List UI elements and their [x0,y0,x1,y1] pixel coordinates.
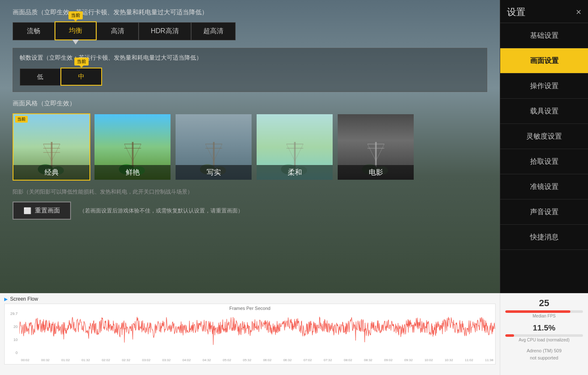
cpu-stats-label: Avg CPU load (normalized) [505,338,583,342]
current-label-fps: 当前 [74,58,89,66]
style-section: 画面风格（立即生效） 当前 [13,100,487,181]
style-card-soft-label: 柔和 [257,165,333,180]
x-label-20: 10:02 [425,358,433,362]
svg-line-11 [124,144,133,161]
x-label-10: 05:02 [223,358,231,362]
svg-line-33 [376,144,384,161]
svg-line-18 [205,144,214,161]
fps-btn-mid[interactable]: 当前 中 [60,68,102,86]
bottom-panel: ▶ Screen Flow Frames Per Second 29.7 20 … [0,293,588,375]
current-label-quality: 当前 [68,11,83,19]
x-label-0: 00:02 [21,358,29,362]
x-label-17: 08:32 [364,358,373,362]
svg-line-26 [295,144,303,161]
quality-btn-row: 流畅 当前 均衡 高清 HDR高清 超高清 [13,21,487,40]
y-label-20: 20 [6,325,18,329]
style-card-soft[interactable]: 柔和 [256,113,333,181]
active-arrow-quality [72,39,79,45]
fps-bar-fill [505,310,570,313]
sidebar-item-audio[interactable]: 声音设置 [500,199,588,225]
chart-title: Frames Per Second [229,306,270,311]
x-axis: 00:0200:3201:0201:3202:0202:3203:0203:32… [19,356,495,364]
screen-flow-header: ▶ Screen Flow [4,296,496,302]
sidebar-items-list: 基础设置 画面设置 操作设置 载具设置 灵敏度设置 拾取设置 准镜设置 声音设置 [500,23,588,293]
sidebar-title: 设置 [507,6,525,18]
style-card-cinematic[interactable]: 电影 [337,113,415,181]
x-label-21: 10:32 [445,358,453,362]
style-card-classic-label: 经典 [13,165,89,180]
sidebar-item-vehicle[interactable]: 载具设置 [500,99,588,124]
style-card-cinematic-label: 电影 [338,165,414,180]
sidebar-item-basic[interactable]: 基础设置 [500,23,588,48]
play-icon: ▶ [4,296,8,302]
reset-row: ⬜ 重置画面 （若画面设置后游戏体验不佳，或需恢复默认认设置，请重置画面） [13,202,487,220]
fps-chart: Frames Per Second 29.7 20 10 0 00:0200:3… [4,304,496,365]
svg-line-32 [368,144,376,161]
quality-btn-balanced[interactable]: 当前 均衡 [55,21,97,40]
x-label-4: 02:02 [102,358,110,362]
x-label-8: 04:02 [182,358,191,362]
style-card-current-label: 当前 [15,116,28,123]
x-label-1: 00:32 [41,358,50,362]
quality-btn-smooth[interactable]: 流畅 [13,22,55,40]
reset-hint: （若画面设置后游戏体验不佳，或需恢复默认认设置，请重置画面） [79,207,243,215]
style-card-realistic[interactable]: 写实 [175,113,252,181]
chart-area [19,312,495,356]
y-label-max: 29.7 [6,312,18,316]
x-label-2: 01:02 [61,358,70,362]
screen-flow-panel: ▶ Screen Flow Frames Per Second 29.7 20 … [0,294,500,375]
style-card-classic[interactable]: 当前 [13,113,90,181]
device-info: Adreno (TM) 509 not supported [505,347,583,361]
svg-line-25 [286,144,295,161]
close-button[interactable]: × [576,7,581,18]
svg-line-19 [214,144,222,161]
x-label-6: 03:02 [142,358,150,362]
reset-button[interactable]: ⬜ 重置画面 [13,202,71,220]
sidebar-item-scope[interactable]: 准镜设置 [500,174,588,199]
reset-label: 重置画面 [35,207,60,215]
style-card-vivid[interactable]: 鲜艳 [94,113,171,181]
sidebar-item-pickup[interactable]: 拾取设置 [500,149,588,174]
style-card-realistic-label: 写实 [176,165,252,180]
sidebar-item-controls[interactable]: 操作设置 [500,73,588,99]
x-label-3: 01:32 [81,358,90,362]
quality-btn-ultra[interactable]: 超高清 [191,22,236,40]
sidebar-item-shortcut[interactable]: 快捷消息 [500,225,588,250]
y-label-0: 0 [6,351,18,355]
style-title: 画面风格（立即生效） [13,100,487,108]
sidebar-header: 设置 × [500,0,588,23]
x-label-22: 11:02 [465,358,473,362]
x-label-14: 07:02 [303,358,312,362]
fps-btn-row: 低 当前 中 [20,68,480,86]
cpu-stats-value: 11.5% [505,323,583,333]
x-label-19: 09:32 [404,358,413,362]
x-label-13: 06:32 [283,358,291,362]
quality-btn-hdr[interactable]: HDR高清 [139,22,191,40]
x-label-23: 11:38 [485,358,494,362]
y-label-10: 10 [6,338,18,342]
fps-stats-value: 25 [505,298,583,309]
sidebar-item-graphics[interactable]: 画面设置 [500,48,588,73]
style-cards: 当前 [13,113,487,181]
cpu-bar-fill [505,334,514,337]
x-label-7: 03:32 [162,358,171,362]
fps-stats-bar [505,310,583,313]
fps-btn-low[interactable]: 低 [20,68,60,86]
reset-icon: ⬜ [24,207,32,215]
stats-panel: 25 Median FPS 11.5% Avg CPU load (normal… [500,294,588,375]
x-label-16: 08:02 [344,358,352,362]
svg-line-12 [133,144,141,161]
x-label-9: 04:32 [202,358,211,362]
x-label-11: 05:32 [243,358,251,362]
x-label-15: 07:32 [323,358,332,362]
fps-stats-label: Median FPS [505,314,583,318]
screen-flow-title: Screen Flow [10,296,38,302]
fps-title: 帧数设置（立即生效；若运行卡顿、发热量和耗电量过大可适当降低） [20,54,480,62]
quality-btn-hd[interactable]: 高清 [97,22,139,40]
fps-box: 帧数设置（立即生效；若运行卡顿、发热量和耗电量过大可适当降低） 低 当前 中 [13,48,487,92]
x-label-18: 09:02 [384,358,393,362]
style-card-vivid-label: 鲜艳 [94,165,171,180]
x-label-12: 06:02 [263,358,271,362]
y-axis: 29.7 20 10 0 [5,304,19,356]
sidebar-item-sensitivity[interactable]: 灵敏度设置 [500,124,588,149]
